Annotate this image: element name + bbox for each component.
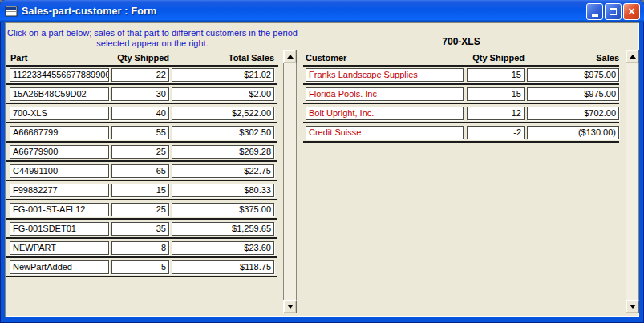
qty-shipped-field[interactable]: 65 — [111, 164, 169, 178]
part-field[interactable]: C44991100 — [10, 164, 109, 178]
total-sales-field[interactable]: $21.02 — [172, 68, 274, 82]
minimize-button[interactable] — [586, 3, 603, 20]
left-scroll-track[interactable] — [283, 63, 297, 300]
right-header-sales: Sales — [527, 53, 619, 64]
part-row[interactable]: C44991100 65 $22.75 — [5, 164, 281, 184]
maximize-icon — [610, 8, 617, 15]
part-field[interactable]: 11223344556677889900 — [10, 68, 109, 82]
sales-field[interactable]: $702.00 — [527, 107, 619, 120]
total-sales-field[interactable]: $22.75 — [172, 164, 274, 178]
left-scroll-down-button[interactable] — [283, 300, 297, 313]
part-row[interactable]: F99882277 15 $80.33 — [5, 184, 281, 203]
customer-field[interactable]: Bolt Upright, Inc. — [306, 107, 464, 120]
customer-row[interactable]: Credit Suisse -2 ($130.00) — [303, 126, 622, 145]
right-scroll-down-button[interactable] — [626, 300, 639, 313]
right-header-qty-shipped: Qty Shipped — [467, 53, 525, 64]
triangle-up-icon — [630, 55, 636, 59]
window-title: Sales-part-customer : Form — [22, 6, 586, 17]
instruction-text: Click on a part below; sales of that par… — [6, 28, 298, 49]
record-separator — [6, 237, 277, 239]
part-row[interactable]: FG-001-ST-AFL12 25 $375.00 — [5, 203, 281, 222]
record-separator — [6, 218, 277, 220]
record-separator — [303, 103, 619, 104]
qty-shipped-field[interactable]: 15 — [467, 68, 525, 82]
total-sales-field[interactable]: $2.00 — [172, 87, 274, 101]
close-button[interactable]: × — [623, 3, 640, 20]
qty-shipped-field[interactable]: 15 — [467, 87, 525, 101]
maximize-button[interactable] — [605, 3, 622, 20]
qty-shipped-field[interactable]: 25 — [111, 203, 169, 216]
part-row[interactable]: 700-XLS 40 $2,522.00 — [5, 107, 281, 126]
part-field[interactable]: NewPartAdded — [10, 260, 109, 274]
left-scroll-up-button[interactable] — [283, 50, 297, 63]
part-field[interactable]: 700-XLS — [10, 107, 109, 120]
total-sales-field[interactable]: $2,522.00 — [172, 107, 274, 120]
triangle-up-icon — [287, 55, 294, 59]
right-scroll-up-button[interactable] — [626, 50, 639, 63]
part-row[interactable]: NEWPART 8 $23.60 — [5, 241, 281, 260]
customer-row[interactable]: Franks Landscape Supplies 15 $975.00 — [303, 68, 622, 87]
qty-shipped-field[interactable]: -30 — [111, 87, 169, 101]
part-field[interactable]: A66779900 — [10, 145, 109, 159]
qty-shipped-field[interactable]: 25 — [111, 145, 169, 159]
right-header-customer: Customer — [306, 53, 458, 64]
part-field[interactable]: FG-001SDET01 — [10, 222, 109, 236]
triangle-down-icon — [287, 305, 294, 309]
right-header-underline — [303, 65, 619, 67]
qty-shipped-field[interactable]: 5 — [111, 260, 169, 274]
right-scrollbar[interactable] — [626, 50, 639, 313]
total-sales-field[interactable]: $1,259.65 — [172, 222, 274, 236]
record-separator — [6, 256, 277, 258]
instruction-line-2: selected appear on the right. — [6, 38, 298, 49]
part-row[interactable]: A66779900 25 $269.28 — [5, 145, 281, 164]
sales-field[interactable]: $975.00 — [527, 87, 619, 101]
part-row[interactable]: A66667799 55 $302.50 — [5, 126, 281, 145]
total-sales-field[interactable]: $375.00 — [172, 203, 274, 216]
record-separator — [6, 83, 277, 85]
part-field[interactable]: NEWPART — [10, 241, 109, 255]
qty-shipped-field[interactable]: 35 — [111, 222, 169, 236]
sales-field[interactable]: ($130.00) — [527, 126, 619, 139]
sales-field[interactable]: $975.00 — [527, 68, 619, 82]
parts-list: 11223344556677889900 22 $21.02 15A26B48C… — [5, 68, 281, 280]
record-separator — [6, 103, 277, 104]
form-icon — [5, 5, 18, 18]
part-row[interactable]: 11223344556677889900 22 $21.02 — [5, 68, 281, 87]
total-sales-field[interactable]: $80.33 — [172, 184, 274, 197]
left-header-qty-shipped: Qty Shipped — [111, 53, 169, 64]
triangle-down-icon — [630, 305, 636, 309]
qty-shipped-field[interactable]: -2 — [467, 126, 525, 139]
part-row[interactable]: FG-001SDET01 35 $1,259.65 — [5, 222, 281, 241]
record-separator — [6, 180, 277, 181]
customer-row[interactable]: Florida Pools. Inc 15 $975.00 — [303, 87, 622, 107]
record-separator — [303, 83, 619, 85]
customer-field[interactable]: Credit Suisse — [306, 126, 464, 139]
total-sales-field[interactable]: $302.50 — [172, 126, 274, 139]
total-sales-field[interactable]: $269.28 — [172, 145, 274, 159]
part-field[interactable]: A66667799 — [10, 126, 109, 139]
total-sales-field[interactable]: $23.60 — [172, 241, 274, 255]
qty-shipped-field[interactable]: 22 — [111, 68, 169, 82]
app-window: Sales-part-customer : Form × Click on a … — [0, 0, 644, 323]
qty-shipped-field[interactable]: 8 — [111, 241, 169, 255]
record-separator — [6, 199, 277, 200]
right-scroll-track[interactable] — [626, 63, 639, 300]
customer-sales-list: Franks Landscape Supplies 15 $975.00 Flo… — [303, 68, 622, 145]
part-field[interactable]: F99882277 — [10, 184, 109, 197]
record-separator — [6, 160, 277, 162]
qty-shipped-field[interactable]: 40 — [111, 107, 169, 120]
part-row[interactable]: NewPartAdded 5 $118.75 — [5, 260, 281, 280]
customer-field[interactable]: Florida Pools. Inc — [306, 87, 464, 101]
customer-field[interactable]: Franks Landscape Supplies — [306, 68, 464, 82]
customer-row[interactable]: Bolt Upright, Inc. 12 $702.00 — [303, 107, 622, 126]
qty-shipped-field[interactable]: 55 — [111, 126, 169, 139]
part-row[interactable]: 15A26B48C59D02 -30 $2.00 — [5, 87, 281, 107]
left-scrollbar[interactable] — [283, 50, 297, 313]
record-separator — [303, 141, 619, 143]
titlebar[interactable]: Sales-part-customer : Form × — [0, 0, 644, 22]
qty-shipped-field[interactable]: 15 — [111, 184, 169, 197]
part-field[interactable]: 15A26B48C59D02 — [10, 87, 109, 101]
total-sales-field[interactable]: $118.75 — [172, 260, 274, 274]
part-field[interactable]: FG-001-ST-AFL12 — [10, 203, 109, 216]
qty-shipped-field[interactable]: 12 — [467, 107, 525, 120]
